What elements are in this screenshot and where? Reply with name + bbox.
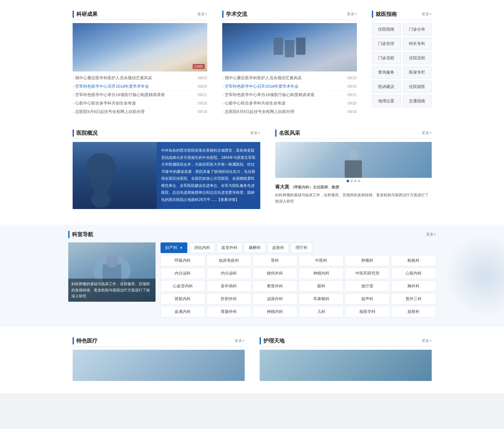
- dept-cell-0-4[interactable]: 肿瘤科: [345, 255, 390, 266]
- guide-header: 就医指南 更多>: [372, 11, 432, 20]
- research-header: 科研成果 更多>: [73, 11, 207, 20]
- dept-tab-1[interactable]: 消化内科: [189, 242, 215, 253]
- dept-title: 科室导航: [68, 231, 93, 238]
- research-more[interactable]: 更多>: [197, 12, 207, 17]
- guide-btn-8[interactable]: 投诉建议: [372, 80, 401, 93]
- dept-cell-4-1[interactable]: 胃肠外科: [207, 306, 251, 317]
- guide-title: 就医指南: [372, 11, 397, 18]
- academic-title: 学术交流: [222, 11, 247, 18]
- dept-cell-0-1[interactable]: 临床免疫科: [207, 255, 251, 266]
- nursing-title: 护理天地: [260, 337, 285, 344]
- dept-cell-1-0[interactable]: 内分泌科: [161, 268, 205, 279]
- svg-point-1: [90, 160, 112, 194]
- dept-image: 妇科肿瘤的基础与临床工作，在卵巢癌、宫颈癌的发病转移、复发机制与基因治疗方面进行…: [68, 242, 156, 302]
- dept-tab-4[interactable]: 皮肤科: [267, 242, 289, 253]
- hospital-desc-overlay: 中外知名的西京医院坐落在美丽的古城西安，其前身是延安抗战烽火岁月里诞生的中央医院…: [157, 142, 260, 209]
- dept-image-caption: 妇科肿瘤的基础与临床工作，在卵巢癌、宫颈癌的发病转移、复发机制与基因治疗方面进行…: [68, 279, 156, 302]
- academic-news-item-1[interactable]: 空军特色医学中心召开2018年度学术年会 09/20: [222, 82, 357, 91]
- dept-cell-4-4[interactable]: 核医学科: [345, 306, 390, 317]
- dept-cell-3-1[interactable]: 肝胆外科: [207, 293, 251, 305]
- dept-cell-2-1[interactable]: 老年病科: [207, 280, 251, 292]
- guide-btn-9[interactable]: 住院就医: [403, 80, 432, 93]
- research-news-item-1[interactable]: 空军特色医学中心召开2018年度学术年会 09/20: [73, 82, 207, 91]
- nursing-header: 护理天地 更多>: [260, 337, 432, 347]
- academic-news-list: 我中心重症医学科医护人员央视综艺展风采 09/23 空军特色医学中心召开2018…: [222, 74, 357, 116]
- dot-2[interactable]: [350, 180, 353, 182]
- academic-news-item-4[interactable]: 总医院9月8日起挂号全程网上自助办理 09/18: [222, 108, 357, 116]
- doctor-title: 名医风采: [275, 129, 300, 137]
- guide-btn-7[interactable]: 医保专栏: [403, 66, 432, 79]
- dept-layout: 妇科肿瘤的基础与临床工作，在卵巢癌、宫颈癌的发病转移、复发机制与基因治疗方面进行…: [68, 242, 436, 317]
- dept-cell-2-4[interactable]: 放疗室: [345, 280, 390, 292]
- dept-cell-4-0[interactable]: 血液内科: [161, 306, 205, 317]
- guide-more[interactable]: 更多>: [422, 12, 431, 17]
- special-medical-more[interactable]: 更多>: [235, 338, 244, 344]
- dept-more[interactable]: 更多>: [426, 232, 436, 237]
- doctor-description: 妇科肿瘤的基础与临床工作，在卵巢癌、宫颈癌的发病转移、复发机制与基因治疗方面进行…: [275, 192, 432, 205]
- dept-cell-4-3[interactable]: 儿科: [299, 306, 343, 317]
- hospital-header: 医院概况 更多>: [73, 129, 260, 139]
- academic-news-item-2[interactable]: 空军特色医学中心举办18项医疗核心制度精讲讲座 09/21: [222, 91, 357, 99]
- nursing-more[interactable]: 更多>: [422, 338, 431, 344]
- doctor-carousel-dots: [275, 180, 432, 182]
- research-news-item-4[interactable]: 总医院9月8日起挂号全程网上自助办理 09/18: [73, 108, 207, 116]
- dept-cell-2-0[interactable]: 心血管内科: [161, 280, 205, 292]
- dept-header: 科室导航 更多>: [68, 231, 436, 238]
- dot-1[interactable]: [347, 180, 349, 182]
- dept-cell-1-5[interactable]: 心脏内科: [391, 268, 436, 279]
- dept-cell-1-2[interactable]: 烧伤外科: [253, 268, 297, 279]
- dept-tab-2[interactable]: 血管外科: [217, 242, 242, 253]
- dept-cell-3-2[interactable]: 泌尿外科: [253, 293, 297, 305]
- guide-btn-1[interactable]: 门诊分布: [403, 23, 432, 36]
- academic-header: 学术交流 更多>: [222, 11, 357, 20]
- dept-cell-2-5[interactable]: 胸外科: [391, 280, 436, 292]
- dept-cell-0-5[interactable]: 检验科: [391, 255, 436, 266]
- doctor-more[interactable]: 更多>: [422, 130, 431, 136]
- dot-3[interactable]: [354, 180, 357, 182]
- dept-cell-0-0[interactable]: 呼吸内科: [161, 255, 205, 266]
- dept-top-tabs: 妇产科 ▼ 消化内科 血管外科 麻醉科 皮肤科 理疗科: [161, 242, 436, 253]
- research-news-item-3[interactable]: 心脏中心联合多学科共创生命奇迹 09/20: [73, 99, 207, 108]
- dept-cell-2-3[interactable]: 眼科: [299, 280, 343, 292]
- research-news-item-0[interactable]: 我中心重症医学科医护人员央视综艺展风采 09/23: [73, 74, 207, 82]
- guide-btn-0[interactable]: 住院指南: [372, 23, 401, 36]
- dept-cell-4-2[interactable]: 神精内科: [253, 306, 297, 317]
- dept-grid: 呼吸内科 临床免疫科 骨科 中医科 肿瘤科 检验科 内分泌科 内分泌科 烧伤外科…: [161, 255, 436, 317]
- hospital-desc: 中外知名的西京医院坐落在美丽的古城西安，其前身是延安抗战烽火岁月里诞生的中央医院…: [161, 148, 256, 202]
- guide-btn-5[interactable]: 住院流程: [403, 52, 432, 64]
- dot-4[interactable]: [358, 180, 360, 182]
- hospital-more[interactable]: 更多>: [250, 130, 260, 136]
- dept-cell-3-4[interactable]: 超声科: [345, 293, 390, 305]
- doctor-image: [275, 142, 432, 178]
- dept-cell-3-5[interactable]: 普外三科: [391, 293, 436, 305]
- dept-cell-2-2[interactable]: 整形外科: [253, 280, 297, 292]
- dept-cell-3-3[interactable]: 耳鼻喉科: [299, 293, 343, 305]
- special-medical-title: 特色医疗: [73, 337, 98, 344]
- dept-cell-4-5[interactable]: 放射科: [391, 306, 436, 317]
- guide-btn-4[interactable]: 门诊流程: [372, 52, 401, 64]
- guide-btn-10[interactable]: 地理位置: [372, 95, 401, 107]
- research-news-list: 我中心重症医学科医护人员央视综艺展风采 09/23 空军特色医学中心召开2018…: [73, 74, 207, 116]
- guide-btn-2[interactable]: 门诊安排: [372, 37, 401, 50]
- svg-point-5: [106, 255, 118, 267]
- dept-cell-1-4[interactable]: 中医药研究所: [345, 268, 390, 279]
- academic-more[interactable]: 更多>: [347, 12, 357, 17]
- academic-news-item-3[interactable]: 心脏中心联合多学科共创生命奇迹 09/20: [222, 99, 357, 108]
- doctor-header: 名医风采 更多>: [275, 129, 432, 139]
- special-medical-header: 特色医疗 更多>: [73, 337, 245, 347]
- research-news-item-2[interactable]: 空军特色医学中心举办18项医疗核心制度精讲讲座 09/21: [73, 91, 207, 99]
- dept-cell-1-3[interactable]: 神精内科: [299, 268, 343, 279]
- doctor-name: 蒋大英 （呼吸内科）主任医师、教授: [275, 184, 432, 190]
- dept-tab-0[interactable]: 妇产科 ▼: [161, 242, 188, 253]
- dept-cell-0-2[interactable]: 骨科: [253, 255, 297, 266]
- guide-btn-6[interactable]: 查询服务: [372, 66, 401, 79]
- guide-btn-3[interactable]: 特长专科: [403, 37, 432, 50]
- academic-news-item-0[interactable]: 我中心重症医学科医护人员央视综艺展风采 09/23: [222, 74, 357, 82]
- dept-cell-0-3[interactable]: 中医科: [299, 255, 343, 266]
- dept-tab-5[interactable]: 理疗科: [291, 242, 312, 253]
- dept-tab-3[interactable]: 麻醉科: [244, 242, 266, 253]
- research-title: 科研成果: [73, 11, 98, 18]
- guide-btn-11[interactable]: 交通指南: [403, 95, 432, 107]
- dept-cell-1-1[interactable]: 内分泌科: [207, 268, 251, 279]
- dept-cell-3-0[interactable]: 肾脏内科: [161, 293, 205, 305]
